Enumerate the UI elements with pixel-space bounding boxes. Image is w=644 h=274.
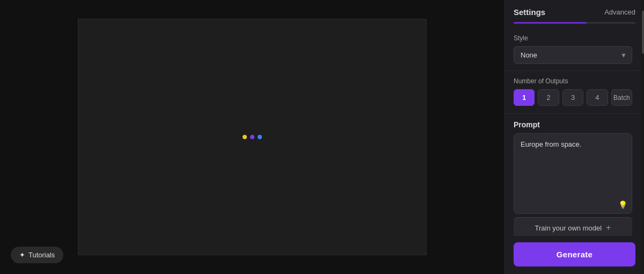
canvas-area: ✦ Tutorials [0, 0, 504, 274]
progress-bar-container [505, 22, 644, 28]
settings-title: Settings [514, 8, 545, 17]
advanced-button[interactable]: Advanced [604, 8, 635, 16]
tutorials-icon: ✦ [19, 251, 25, 259]
right-panel: Settings Advanced Style None Realistic A… [504, 0, 644, 274]
dot-blue [258, 135, 262, 139]
output-btn-4[interactable]: 4 [587, 89, 608, 106]
prompt-box[interactable]: Europe from space. 💡 [514, 133, 632, 214]
tutorials-label: Tutorials [28, 251, 55, 259]
progress-bar-fill [514, 22, 587, 24]
output-btn-3[interactable]: 3 [562, 89, 583, 106]
output-btn-1[interactable]: 1 [514, 89, 535, 106]
prompt-section: Prompt Europe from space. 💡 Train your o… [505, 114, 641, 236]
generate-button[interactable]: Generate [514, 242, 635, 266]
style-select-wrapper: None Realistic Anime Digital Art Paintin… [514, 46, 632, 64]
style-section: Style None Realistic Anime Digital Art P… [505, 28, 641, 71]
generate-section: Generate [505, 236, 644, 274]
prompt-text: Europe from space. [521, 139, 625, 150]
dot-purple [250, 135, 254, 139]
tutorials-button[interactable]: ✦ Tutorials [11, 247, 63, 263]
outputs-buttons: 1 2 3 4 Batch [514, 89, 632, 106]
train-model-plus-icon: + [606, 223, 611, 233]
prompt-lightbulb-icon[interactable]: 💡 [618, 200, 627, 209]
prompt-title: Prompt [514, 120, 632, 129]
panel-header: Settings Advanced [505, 0, 644, 22]
loading-dots [243, 135, 262, 139]
output-btn-2[interactable]: 2 [538, 89, 559, 106]
progress-bar-track [514, 22, 635, 24]
dot-yellow [243, 135, 247, 139]
panel-scrollbar-thumb [642, 11, 644, 54]
style-select[interactable]: None Realistic Anime Digital Art Paintin… [514, 46, 632, 64]
train-model-button[interactable]: Train your own model + [514, 217, 632, 236]
canvas-inner [78, 19, 427, 255]
panel-scrollbar[interactable] [641, 0, 644, 274]
style-label: Style [514, 34, 632, 42]
outputs-section: Number of Outputs 1 2 3 4 Batch [505, 71, 641, 114]
outputs-label: Number of Outputs [514, 77, 632, 85]
panel-content: Style None Realistic Anime Digital Art P… [505, 28, 644, 236]
output-btn-batch[interactable]: Batch [611, 89, 632, 106]
train-model-label: Train your own model [535, 224, 602, 232]
